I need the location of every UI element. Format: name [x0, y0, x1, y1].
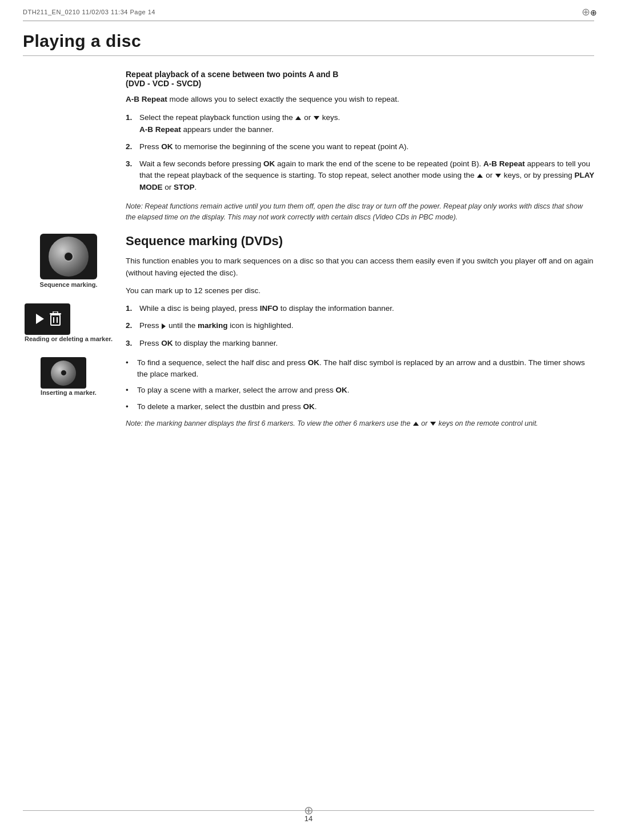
section2-step-2: 2. Press until the marking icon is highl… — [126, 320, 594, 331]
header-crosshair-icon: ⊕ — [582, 6, 594, 18]
caption-sequence-marking: Sequence marking. — [40, 281, 98, 289]
arrow-up-icon-2 — [477, 174, 483, 178]
header-meta: DTH211_EN_0210 11/02/03 11:34 Page 14 — [23, 9, 155, 15]
ab-repeat-section: Repeat playback of a scene between two p… — [126, 70, 594, 222]
bullet-1: • To find a sequence, select the half di… — [126, 357, 594, 381]
sequence-marking-image — [40, 234, 97, 279]
svg-rect-3 — [57, 317, 58, 323]
step-3: 3. Wait a few seconds before pressing OK… — [126, 158, 594, 193]
bullet-3: • To delete a marker, select the dustbin… — [126, 401, 594, 413]
dvd-disc-icon — [49, 237, 89, 277]
inserting-group: Inserting a marker. — [41, 357, 97, 405]
section2-title: Sequence marking (DVDs) — [126, 234, 594, 249]
play-triangle-icon — [34, 313, 46, 325]
svg-rect-5 — [53, 311, 58, 314]
page: DTH211_EN_0210 11/02/03 11:34 Page 14 ⊕ … — [0, 0, 617, 840]
left-column: Sequence marking. — [23, 234, 114, 440]
svg-rect-1 — [51, 315, 60, 325]
section2-step-1: 1. While a disc is being played, press I… — [126, 303, 594, 314]
section1-steps: 1. Select the repeat playback function u… — [126, 112, 594, 193]
step-1: 1. Select the repeat playback function u… — [126, 112, 594, 135]
arrow-up-icon — [295, 116, 301, 120]
arrow-right-icon — [162, 323, 166, 329]
caption-inserting: Inserting a marker. — [41, 389, 97, 397]
step-2: 2. Press OK to memorise the beginning of… — [126, 141, 594, 153]
main-content: Playing a disc Repeat playback of a scen… — [23, 31, 594, 441]
arrow-down-icon-2 — [495, 174, 501, 178]
section2-bullets: • To find a sequence, select the half di… — [126, 357, 594, 413]
svg-rect-2 — [53, 317, 54, 323]
caption-reading-deleting: Reading or deleting a marker. — [25, 335, 113, 343]
trash-icon — [50, 311, 61, 326]
section2-note: Note: the marking banner displays the fi… — [126, 418, 594, 429]
bottom-crosshair-icon: ⊕ — [304, 803, 314, 817]
note-arrow-up-icon — [413, 422, 419, 426]
section2-steps: 1. While a disc is being played, press I… — [126, 303, 594, 349]
sequence-marking-section: Sequence marking. — [23, 234, 594, 440]
right-column: Sequence marking (DVDs) This function en… — [126, 234, 594, 440]
dvd-disc-small-icon — [51, 361, 76, 386]
page-title: Playing a disc — [23, 31, 594, 51]
page-header: DTH211_EN_0210 11/02/03 11:34 Page 14 ⊕ — [23, 6, 594, 21]
note-arrow-down-icon — [430, 422, 436, 426]
svg-marker-0 — [36, 314, 44, 324]
section1-heading: Repeat playback of a scene between two p… — [126, 70, 594, 88]
section1-note: Note: Repeat functions remain active unt… — [126, 201, 594, 223]
section2-intro: This function enables you to mark sequen… — [126, 255, 594, 279]
inserting-image — [41, 357, 86, 389]
section2-step-3: 3. Press OK to display the marking banne… — [126, 338, 594, 349]
reading-deleting-image — [25, 303, 70, 335]
section1-intro: A-B Repeat mode allows you to select exa… — [126, 94, 594, 105]
bullet-2: • To play a scene with a marker, select … — [126, 385, 594, 396]
title-divider — [23, 55, 594, 56]
section2-can-mark: You can mark up to 12 scenes per disc. — [126, 285, 594, 297]
arrow-down-icon — [314, 116, 319, 120]
play-trash-icons — [34, 311, 61, 326]
reading-deleting-group: Reading or deleting a marker. — [25, 303, 113, 351]
